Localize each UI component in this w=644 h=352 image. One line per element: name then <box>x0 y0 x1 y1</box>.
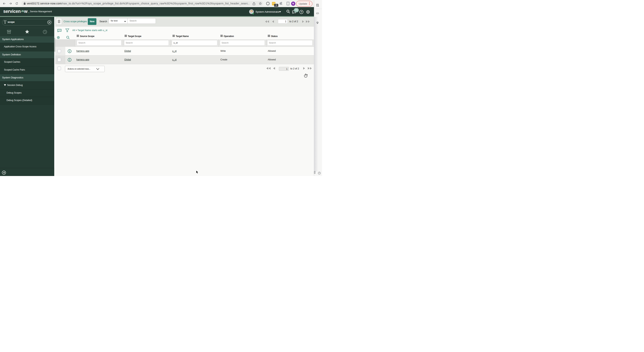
svg-text:?: ? <box>319 172 320 174</box>
svg-text:?: ? <box>301 11 302 14</box>
